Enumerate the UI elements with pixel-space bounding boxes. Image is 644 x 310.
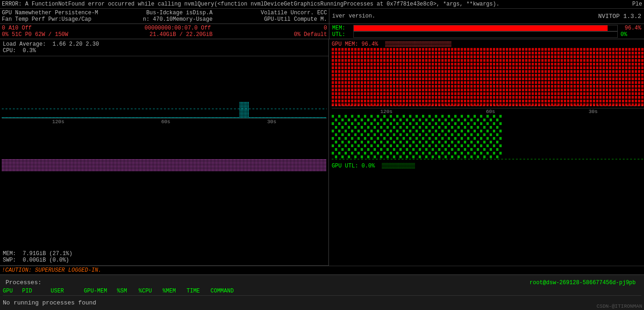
time-120s-right: 120s — [380, 109, 392, 114]
user-info: root@dsw-269128-586677456d-pj9pb — [527, 279, 638, 287]
gpu-utl-dotted: ▒▒▒▒▒▒▒▒▒▒ — [382, 163, 415, 169]
mem-bar-fill — [354, 25, 608, 31]
col-pid-header: PID — [22, 288, 45, 294]
gpu-name: 0 A10 Off — [2, 25, 32, 31]
cpu-label: CPU: — [3, 48, 16, 54]
swp-row: SWP: 0.00GiB (0.0%) — [3, 257, 326, 263]
mem-bar-value: 96.4% — [621, 25, 641, 31]
header-col7: GPU-Util Compute M. — [264, 16, 327, 23]
gpu-header-row1: GPU Namewhether Persistence-M Bus-Idckag… — [2, 10, 327, 16]
header-col6: n: 470.10Memory-Usage — [143, 16, 212, 23]
bottom-section: !CAUTION: SUPERUSER LOGGED-IN. Processes… — [0, 266, 644, 310]
gpu-header-left: GPU Namewhether Persistence-M Bus-Idckag… — [0, 9, 329, 24]
time-labels-left: 120s 60s 30s — [2, 118, 327, 125]
nvitop-version: NVITOP 1.3.2 — [598, 13, 641, 20]
gpu-header-combined: GPU Namewhether Persistence-M Bus-Idckag… — [0, 9, 644, 24]
gpu-header-right: iver version. NVITOP 1.3.2 — [329, 9, 644, 24]
processes-top-row: Processes: root@dsw-269128-586677456d-pj… — [3, 277, 641, 288]
gpu-util-val: 0% Default — [294, 31, 327, 38]
caution-text: !CAUTION: SUPERUSER LOGGED-IN. — [2, 267, 101, 274]
mem-bar-row: MEM: 96.4% — [332, 25, 641, 31]
gpu-bus: 00000000:00:07.0 Off — [145, 25, 211, 31]
gpu-mem-dotted: ▒▒▒▒▒▒▒▒▒▒▒▒▒▒▒▒▒▒▒▒ — [385, 41, 451, 48]
watermark: CSDN-@ITIRONMAN — [597, 304, 642, 309]
load-avg-row: Load Average: 1.66 2.20 2.30 — [3, 41, 326, 48]
gpu-mem-chart-label: GPU MEM: 96.4% ▒▒▒▒▒▒▒▒▒▒▒▒▒▒▒▒▒▒▒▒ — [332, 41, 644, 48]
time-60s-left: 60s — [161, 119, 170, 125]
gpu-device-left: 0 A10 Off 00000000:00:07.0 Off 0 0% 51C … — [0, 24, 329, 39]
time-60s-right: 60s — [486, 109, 495, 114]
header-col1: GPU Namewhether Persistence-M — [2, 10, 98, 16]
swp-value: 0.00GiB (0.0%) — [23, 257, 69, 263]
utl-bar-value: 0% — [621, 31, 641, 38]
utl-bar-row: UTL: 0% — [332, 31, 641, 38]
error-bar: ERROR: A FunctionNotFound error occurred… — [0, 0, 644, 9]
cpu-value: 0.3% — [23, 48, 36, 54]
caution-bar: !CAUTION: SUPERUSER LOGGED-IN. — [0, 266, 644, 274]
gpu-utl-chart-label: GPU UTL: 0.0% ▒▒▒▒▒▒▒▒▒▒ — [332, 163, 644, 169]
gpu-row2: 0% 51C P0 62W / 150W 21.40GiB / 22.20GiB… — [2, 31, 327, 38]
left-chart-canvas — [2, 58, 327, 118]
mem-bar-container — [353, 25, 618, 31]
time-120s-left: 120s — [52, 119, 64, 125]
header-col5: Fan Temp Perf Pwr:Usage/Cap — [2, 16, 91, 23]
right-chart-canvas — [332, 48, 644, 108]
chart-section-left: 120s 60s 30s — [0, 56, 328, 249]
error-text: ERROR: A FunctionNotFound error occurred… — [2, 1, 499, 7]
time-labels-right: 120s 60s 30s — [332, 108, 644, 115]
right-chart2-canvas — [332, 115, 644, 161]
header-col2: Bus-Idckage isDisp.A — [146, 10, 212, 16]
sys-stats: Load Average: 1.66 2.20 2.30 CPU: 0.3% — [0, 39, 328, 56]
cpu-row: CPU: 0.3% — [3, 48, 326, 54]
left-content: Load Average: 1.66 2.20 2.30 CPU: 0.3% 1… — [0, 39, 329, 266]
time-30s-right: 30s — [589, 109, 598, 114]
gpu-ecc: 0 — [324, 25, 327, 31]
processes-title: Processes: — [6, 279, 41, 286]
col-command-header: COMMAND — [211, 288, 641, 294]
left-chart2-canvas — [2, 125, 327, 171]
gpu-device-right: MEM: 96.4% UTL: 0% — [329, 24, 644, 39]
time-30s-left: 30s — [267, 119, 276, 125]
right-content: GPU MEM: 96.4% ▒▒▒▒▒▒▒▒▒▒▒▒▒▒▒▒▒▒▒▒ 120s… — [329, 39, 644, 266]
utl-bar-label: UTL: — [332, 31, 351, 38]
load-avg-label: Load Average: — [3, 41, 46, 48]
driver-version: iver version. — [332, 13, 375, 19]
gpu-temp: 0% 51C P0 62W / 150W — [2, 31, 68, 38]
content-rows: Load Average: 1.66 2.20 2.30 CPU: 0.3% 1… — [0, 39, 644, 266]
load-avg-value: 1.66 2.20 2.30 — [53, 41, 99, 48]
mem-stat-value: 7.91GiB (27.1%) — [23, 250, 72, 257]
ple-suffix: Ple — [632, 1, 642, 7]
swp-label: SWP: — [3, 257, 16, 263]
mem-stat-label: MEM: — [3, 250, 16, 257]
gpu-row1: 0 A10 Off 00000000:00:07.0 Off 0 — [2, 25, 327, 31]
no-process-text: No running processes found — [3, 298, 641, 308]
col-gpu-header: GPU — [3, 288, 17, 294]
col-mem-header: %MEM — [163, 288, 181, 294]
mem-swp-stats: MEM: 7.91GiB (27.1%) SWP: 0.00GiB (0.0%) — [0, 249, 328, 266]
mem-row: MEM: 7.91GiB (27.1%) — [3, 250, 326, 257]
gpu-header-row2: Fan Temp Perf Pwr:Usage/Cap n: 470.10Mem… — [2, 16, 327, 23]
processes-section: Processes: root@dsw-269128-586677456d-pj… — [0, 274, 644, 310]
chart-section-right: GPU MEM: 96.4% ▒▒▒▒▒▒▒▒▒▒▒▒▒▒▒▒▒▒▒▒ 120s… — [329, 39, 644, 266]
mem-bar-label: MEM: — [332, 25, 351, 31]
col-user-header: USER — [51, 288, 78, 294]
screen: ERROR: A FunctionNotFound error occurred… — [0, 0, 644, 310]
processes-header: GPU PID USER GPU-MEM %SM %CPU %MEM TIME … — [3, 288, 641, 296]
col-gpumem-header: GPU-MEM — [84, 288, 111, 294]
utl-bar-container — [353, 31, 618, 38]
col-sm-header: %SM — [117, 288, 133, 294]
col-time-header: TIME — [187, 288, 205, 294]
gpu-device-combined: 0 A10 Off 00000000:00:07.0 Off 0 0% 51C … — [0, 24, 644, 39]
col-cpu-header: %CPU — [139, 288, 157, 294]
header-col3: Volatile Uncorr. ECC — [261, 10, 327, 16]
gpu-mem-usage: 21.40GiB / 22.20GiB — [150, 31, 213, 38]
